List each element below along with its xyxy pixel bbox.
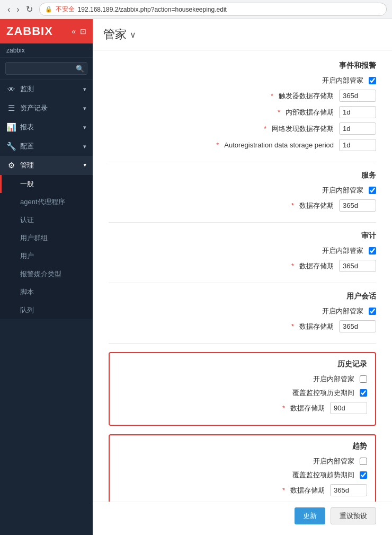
user-sessions-section: 用户会话 开启内部管家 * 数据存储期	[109, 292, 376, 332]
trends-enable-checkbox[interactable]	[360, 458, 367, 465]
events-internal-storage-input[interactable]	[339, 106, 376, 118]
trends-enable-label: 开启内部管家	[313, 457, 354, 466]
back-button[interactable]: ‹	[5, 4, 12, 15]
user-sessions-storage-input[interactable]	[339, 320, 376, 332]
lock-icon: 🔒	[45, 6, 52, 13]
required-star-2: *	[278, 108, 280, 116]
required-star-7: *	[291, 322, 294, 330]
chevron-down-icon: ▾	[83, 124, 86, 131]
required-star-4: *	[216, 141, 219, 149]
trends-override-label: 覆盖监控项趋势期间	[292, 470, 354, 480]
services-storage-row: * 数据存储期	[109, 199, 376, 212]
sidebar-item-user-groups[interactable]: 用户群组	[0, 229, 93, 247]
events-section-title: 事件和报警	[109, 61, 376, 71]
address-bar[interactable]: 🔒 不安全 192.168.189.2/zabbix.php?action=ho…	[39, 3, 387, 16]
audit-enable-checkbox[interactable]	[369, 247, 376, 255]
trends-override-checkbox[interactable]	[360, 471, 367, 479]
forward-button[interactable]: ›	[14, 4, 21, 15]
chevron-up-icon: ▴	[83, 162, 86, 169]
user-sessions-enable-label: 开启内部管家	[322, 306, 363, 316]
address-text: 192.168.189.2/zabbix.php?action=housekee…	[78, 6, 227, 13]
sidebar-item-queue[interactable]: 队列	[0, 301, 93, 319]
required-star-8: *	[282, 404, 285, 412]
events-network-storage-row: * 网络发现数据存储期	[109, 122, 376, 135]
events-trigger-storage-row: * 触发器数据存储期	[109, 90, 376, 102]
sidebar-item-media-types[interactable]: 报警媒介类型	[0, 265, 93, 283]
audit-section: 审计 开启内部管家 * 数据存储期	[109, 231, 376, 272]
user-sessions-enable-row: 开启内部管家	[109, 306, 376, 316]
reset-button[interactable]: 重设预设	[331, 507, 376, 524]
services-enable-label: 开启内部管家	[322, 186, 363, 195]
required-star-3: *	[264, 125, 266, 133]
services-storage-input[interactable]	[339, 199, 376, 212]
history-storage-input[interactable]	[330, 402, 367, 414]
events-autoreg-storage-label: Autoregistration data storage period	[224, 141, 334, 149]
services-storage-label: 数据存储期	[299, 201, 334, 211]
admin-sub-nav: 一般 agent代理程序 认证 用户群组 用户 报警媒介类型 脚本 队列	[0, 175, 93, 319]
sidebar-item-auth[interactable]: 认证	[0, 211, 93, 229]
chevron-down-icon: ▾	[83, 86, 86, 93]
sidebar-item-reports[interactable]: 📊 报表 ▾	[0, 118, 93, 137]
audit-storage-row: * 数据存储期	[109, 260, 376, 272]
sidebar-item-config[interactable]: 🔧 配置 ▾	[0, 137, 93, 156]
history-enable-checkbox[interactable]	[360, 375, 367, 383]
user-sessions-enable-checkbox[interactable]	[369, 308, 376, 315]
sidebar-search-area: 🔍	[0, 58, 93, 80]
audit-section-title: 审计	[109, 231, 376, 241]
form-area: 事件和报警 开启内部管家 * 触发器数据存储期 * 内部数据存储期 *	[93, 50, 392, 502]
reports-icon: 📊	[6, 122, 16, 132]
page-title-chevron-icon: ∨	[130, 30, 136, 40]
expand-icon[interactable]: ⊡	[80, 27, 86, 36]
history-override-checkbox[interactable]	[360, 389, 367, 397]
services-section: 服务 开启内部管家 * 数据存储期	[109, 171, 376, 212]
events-section: 事件和报警 开启内部管家 * 触发器数据存储期 * 内部数据存储期 *	[109, 61, 376, 151]
services-enable-checkbox[interactable]	[369, 187, 376, 194]
divider-2	[109, 222, 376, 223]
sidebar-nav: 👁 监测 ▾ ☰ 资产记录 ▾ 📊 报表 ▾ 🔧 配置 ▾	[0, 80, 93, 535]
config-icon: 🔧	[6, 142, 16, 151]
events-network-storage-input[interactable]	[339, 122, 376, 135]
events-trigger-storage-input[interactable]	[339, 90, 376, 102]
events-internal-storage-row: * 内部数据存储期	[109, 106, 376, 118]
page-title: 管家	[103, 27, 127, 42]
chevron-down-icon: ▾	[83, 105, 86, 112]
sidebar-item-agent-proxy[interactable]: agent代理程序	[0, 193, 93, 211]
events-trigger-storage-label: 触发器数据存储期	[279, 91, 334, 101]
trends-section: 趋势 开启内部管家 覆盖监控项趋势期间 * 数据存储期	[109, 434, 376, 502]
trends-storage-input[interactable]	[330, 484, 367, 496]
trends-enable-row: 开启内部管家	[118, 457, 367, 466]
events-autoreg-storage-input[interactable]	[339, 139, 376, 151]
sidebar-item-assets-label: 资产记录	[20, 103, 48, 113]
sidebar-item-reports-label: 报表	[20, 122, 34, 132]
sidebar-item-monitor[interactable]: 👁 监测 ▾	[0, 80, 93, 99]
monitor-icon: 👁	[6, 85, 16, 94]
browser-bar: ‹ › ↻ 🔒 不安全 192.168.189.2/zabbix.php?act…	[0, 0, 392, 19]
events-network-storage-label: 网络发现数据存储期	[272, 124, 334, 134]
sidebar-user-label: zabbix	[0, 43, 93, 58]
audit-storage-input[interactable]	[339, 260, 376, 272]
sidebar-item-general[interactable]: 一般	[0, 175, 93, 193]
update-button[interactable]: 更新	[295, 507, 325, 524]
sidebar-item-scripts[interactable]: 脚本	[0, 283, 93, 301]
trends-storage-label: 数据存储期	[290, 486, 325, 495]
user-sessions-storage-row: * 数据存储期	[109, 320, 376, 332]
collapse-icon[interactable]: «	[72, 27, 76, 36]
sidebar-item-assets[interactable]: ☰ 资产记录 ▾	[0, 99, 93, 118]
audit-enable-row: 开启内部管家	[109, 246, 376, 256]
history-enable-label: 开启内部管家	[313, 374, 354, 384]
sidebar-item-admin[interactable]: ⚙ 管理 ▴	[0, 156, 93, 175]
zabbix-logo: ZABBIX	[6, 24, 53, 38]
sidebar-item-admin-label: 管理	[20, 161, 34, 170]
sidebar-item-users[interactable]: 用户	[0, 247, 93, 265]
history-enable-row: 开启内部管家	[118, 374, 367, 384]
sidebar-item-config-label: 配置	[20, 142, 34, 151]
form-actions: 更新 重设预设	[93, 502, 392, 535]
history-storage-label: 数据存储期	[290, 404, 325, 413]
reload-button[interactable]: ↻	[24, 3, 35, 15]
chevron-down-icon: ▾	[83, 143, 86, 150]
search-input[interactable]	[5, 62, 87, 75]
events-enable-checkbox[interactable]	[369, 77, 376, 84]
user-sessions-section-title: 用户会话	[109, 292, 376, 301]
divider-3	[109, 283, 376, 283]
sidebar-header: ZABBIX « ⊡	[0, 19, 93, 43]
